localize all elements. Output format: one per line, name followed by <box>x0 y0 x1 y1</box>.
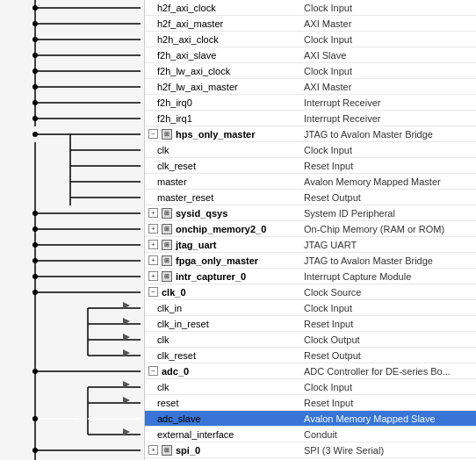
name-cell: clk <box>145 145 300 155</box>
type-cell: Clock Input <box>300 66 476 76</box>
type-cell: Interrupt Receiver <box>300 113 476 124</box>
name-cell: −adc_0 <box>145 366 300 377</box>
table-row[interactable]: h2f_axi_clockClock Input <box>145 0 476 16</box>
svg-point-4 <box>32 5 38 11</box>
type-cell: Reset Input <box>300 398 476 408</box>
table-row[interactable]: clk_in_resetReset Input <box>145 316 476 332</box>
type-cell: Conduit <box>300 429 476 440</box>
component-icon: ⊞ <box>162 240 172 250</box>
type-cell: AXI Master <box>300 82 476 92</box>
type-cell: Clock Input <box>300 3 476 13</box>
expand-icon[interactable]: + <box>148 208 158 218</box>
row-name: fpga_only_master <box>176 255 258 266</box>
type-cell: JTAG UART <box>300 240 476 250</box>
type-cell: Clock Input <box>300 34 476 45</box>
name-cell: h2h_axi_clock <box>145 34 300 45</box>
name-cell: clk <box>145 334 300 345</box>
name-cell: clk <box>145 382 300 392</box>
table-row[interactable]: +⊞intr_capturer_0Interrupt Capture Modul… <box>145 269 476 284</box>
row-name: master <box>157 176 187 187</box>
svg-point-16 <box>32 100 38 105</box>
type-cell: Interrupt Receiver <box>300 97 476 108</box>
table-row[interactable]: f2h_irq0Interrupt Receiver <box>145 95 476 111</box>
main-container: h2f_axi_clockClock Inputh2f_axi_masterAX… <box>0 0 476 460</box>
table-row[interactable]: h2f_lw_axi_masterAXI Master <box>145 79 476 95</box>
collapse-icon[interactable]: − <box>148 287 158 297</box>
type-cell: Reset Input <box>300 161 476 171</box>
table-row[interactable]: f2h_axi_slaveAXI Slave <box>145 47 476 63</box>
row-name: adc_0 <box>162 366 189 377</box>
row-name: clk_in_reset <box>157 319 209 329</box>
row-name: h2h_axi_clock <box>157 34 219 45</box>
row-name: clk_reset <box>157 350 196 361</box>
row-name: hps_only_master <box>176 129 255 140</box>
type-cell: Clock Input <box>300 382 476 392</box>
table-row[interactable]: +⊞onchip_memory2_0On-Chip Memory (RAM or… <box>145 221 476 237</box>
row-name: f2h_irq0 <box>157 97 192 108</box>
table-row[interactable]: clk_resetReset Output <box>145 348 476 363</box>
type-cell: Reset Output <box>300 350 476 361</box>
table-row[interactable]: −adc_0ADC Controller for DE-series Bo... <box>145 363 476 379</box>
expand-icon[interactable]: + <box>148 271 158 281</box>
table-row[interactable]: +⊞jtag_uartJTAG UART <box>145 237 476 253</box>
type-cell: Avalon Memory Mapped Master <box>300 176 476 187</box>
name-cell: clk_reset <box>145 350 300 361</box>
table-row[interactable]: master_resetReset Output <box>145 190 476 205</box>
name-cell: external_interface <box>145 429 300 440</box>
table-row[interactable]: clkClock Input <box>145 379 476 395</box>
row-name: clk_reset <box>157 161 196 171</box>
type-cell: System ID Peripheral <box>300 208 476 219</box>
name-cell: +⊞spi_0 <box>145 445 300 456</box>
wire-svg <box>0 0 145 460</box>
type-cell: Clock Source <box>300 287 476 298</box>
table-row[interactable]: h2f_axi_masterAXI Master <box>145 16 476 32</box>
type-cell: Interrupt Capture Module <box>300 271 476 282</box>
expand-icon[interactable]: + <box>148 255 158 265</box>
component-icon: ⊞ <box>162 255 172 266</box>
svg-point-10 <box>32 53 38 58</box>
row-name: h2f_axi_clock <box>157 3 216 13</box>
expand-icon[interactable]: + <box>148 224 158 234</box>
row-name: master_reset <box>157 192 213 203</box>
row-name: jtag_uart <box>176 240 216 250</box>
row-name: sysid_qsys <box>176 208 227 219</box>
name-cell: master <box>145 176 300 187</box>
svg-point-56 <box>32 132 38 137</box>
component-icon: ⊞ <box>162 271 172 282</box>
row-name: spi_0 <box>176 445 200 456</box>
table-row[interactable]: clkClock Output <box>145 332 476 348</box>
name-cell: f2h_lw_axi_clock <box>145 66 300 76</box>
row-name: clk <box>157 382 169 392</box>
type-cell: JTAG to Avalon Master Bridge <box>300 255 476 266</box>
table-row[interactable]: +⊞sysid_qsysSystem ID Peripheral <box>145 205 476 221</box>
table-row[interactable]: external_interfaceConduit <box>145 427 476 442</box>
table-row[interactable]: −⊞hps_only_masterJTAG to Avalon Master B… <box>145 126 476 142</box>
collapse-icon[interactable]: − <box>148 366 158 376</box>
table-row[interactable]: clk_resetReset Input <box>145 158 476 174</box>
svg-point-14 <box>32 84 38 90</box>
expand-icon[interactable]: + <box>148 240 158 249</box>
table-row[interactable]: f2h_irq1Interrupt Receiver <box>145 111 476 126</box>
row-name: external_interface <box>157 429 234 440</box>
table-row[interactable]: +⊞fpga_only_masterJTAG to Avalon Master … <box>145 253 476 269</box>
table-row[interactable]: adc_slaveAvalon Memory Mapped Slave <box>145 411 476 427</box>
table-row[interactable]: masterAvalon Memory Mapped Master <box>145 174 476 190</box>
name-cell: h2f_axi_clock <box>145 3 300 13</box>
table-row[interactable]: +⊞spi_0SPI (3 Wire Serial) <box>145 442 476 458</box>
table-row[interactable]: clk_inClock Input <box>145 300 476 316</box>
table-row[interactable]: clkClock Input <box>145 142 476 158</box>
name-cell: +⊞jtag_uart <box>145 240 300 250</box>
table-row[interactable]: −clk_0Clock Source <box>145 284 476 300</box>
collapse-icon[interactable]: − <box>148 129 158 139</box>
component-icon: ⊞ <box>162 208 172 219</box>
table-row[interactable]: h2h_axi_clockClock Input <box>145 32 476 47</box>
row-name: adc_slave <box>157 413 201 424</box>
row-name: f2h_irq1 <box>157 113 192 124</box>
type-cell: SPI (3 Wire Serial) <box>300 445 476 456</box>
table-row[interactable]: f2h_lw_axi_clockClock Input <box>145 63 476 79</box>
table-row[interactable]: resetReset Input <box>145 395 476 411</box>
row-name: reset <box>157 398 178 408</box>
expand-icon[interactable]: + <box>148 445 158 455</box>
row-name: h2f_axi_master <box>157 18 223 29</box>
component-icon: ⊞ <box>162 129 172 140</box>
